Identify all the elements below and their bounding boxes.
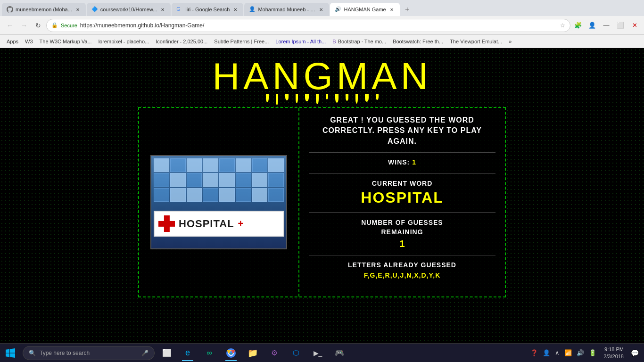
- window: [154, 188, 169, 202]
- chevron-up-icon[interactable]: ∧: [553, 349, 561, 356]
- current-word-value: HOSPITAL: [309, 189, 495, 206]
- wins-value: 1: [412, 158, 416, 166]
- tab-github-close[interactable]: ✕: [74, 6, 81, 13]
- taskbar-explorer-icon[interactable]: 📁: [242, 344, 263, 362]
- forward-button[interactable]: →: [18, 19, 30, 32]
- close-browser-icon[interactable]: ✕: [629, 20, 640, 31]
- bookmark-w3[interactable]: W3: [22, 38, 36, 45]
- window: [187, 173, 202, 187]
- tab-google-title: liri - Google Search: [185, 7, 230, 12]
- guesses-value: 1: [309, 239, 495, 249]
- back-button[interactable]: ←: [4, 19, 16, 32]
- window: [219, 158, 235, 172]
- game-icon: 🎮: [335, 348, 344, 357]
- start-button[interactable]: [0, 344, 21, 362]
- image-panel: HOSPITAL +: [139, 108, 299, 296]
- tab-github[interactable]: muneebmemon (Moha... ✕: [2, 3, 86, 16]
- taskbar-app5-icon[interactable]: ⚙: [264, 344, 285, 362]
- edge-active-indicator: [182, 360, 193, 361]
- tab-google[interactable]: G liri - Google Search ✕: [172, 3, 243, 16]
- chrome-active-indicator: [225, 360, 237, 361]
- clock-time: 9:18 PM: [603, 346, 624, 353]
- cross-vertical: [164, 215, 169, 232]
- bookmark-more[interactable]: »: [506, 38, 514, 45]
- taskbar-vscode-icon[interactable]: ⬡: [286, 344, 306, 362]
- tab-coursework[interactable]: 🔷 coursework/10/Homew... ✕: [87, 3, 171, 16]
- speaker-icon[interactable]: 🔊: [575, 349, 586, 356]
- taskbar-terminal-icon[interactable]: ▶_: [307, 344, 328, 362]
- new-tab-button[interactable]: +: [401, 3, 414, 16]
- window: [219, 173, 235, 187]
- sign-text: HOSPITAL: [179, 218, 234, 230]
- window: [236, 173, 251, 187]
- minimize-icon[interactable]: —: [601, 20, 612, 31]
- tab-hangman-close[interactable]: ✕: [388, 6, 395, 13]
- game-content: HANGMAN: [0, 48, 644, 343]
- network-icon[interactable]: 📶: [563, 349, 573, 356]
- tab-profile[interactable]: 👤 Mohammad Muneeb - P... ✕: [244, 3, 329, 16]
- guesses-label: NUMBER OF GUESSESREMAINING: [309, 218, 495, 237]
- windows-logo-icon: [6, 348, 15, 358]
- hangman-tab-icon: 🔊: [335, 6, 341, 13]
- tab-google-close[interactable]: ✕: [232, 6, 239, 13]
- search-icon: 🔍: [29, 350, 36, 356]
- window: [268, 173, 284, 187]
- taskbar-infinity-icon[interactable]: ∞: [199, 344, 220, 362]
- extensions-icon[interactable]: 🧩: [572, 20, 584, 31]
- search-placeholder-text: Type here to search: [40, 350, 138, 356]
- hospital-sign: HOSPITAL +: [154, 211, 284, 237]
- browser-chrome: muneebmemon (Moha... ✕ 🔷 coursework/10/H…: [0, 0, 644, 48]
- window: [170, 173, 186, 187]
- bookmark-iconfinder[interactable]: Iconfinder - 2,025,00...: [153, 38, 210, 45]
- window: [252, 158, 268, 172]
- system-clock: 9:18 PM 2/3/2018: [600, 346, 627, 360]
- taskbar-game-icon[interactable]: 🎮: [329, 344, 350, 362]
- bookmark-lorem[interactable]: Lorem Ipsum - All th...: [272, 38, 329, 45]
- bookmark-subtle[interactable]: Subtle Patterns | Free...: [211, 38, 272, 45]
- tab-coursework-close[interactable]: ✕: [159, 6, 166, 13]
- bookmark-viewport[interactable]: The Viewport Emulat...: [447, 38, 505, 45]
- window: [170, 158, 186, 172]
- taskbar-search[interactable]: 🔍 Type here to search 🎤: [23, 346, 155, 360]
- guesses-section: NUMBER OF GUESSESREMAINING 1: [309, 218, 495, 255]
- wins-label: WINS: 1: [309, 158, 495, 166]
- bookmark-apps[interactable]: Apps: [4, 38, 21, 45]
- taskbar-chrome-icon[interactable]: [221, 344, 241, 362]
- github-icon: [7, 6, 13, 13]
- microphone-icon[interactable]: 🎤: [141, 350, 149, 356]
- user-icon[interactable]: 👤: [541, 349, 552, 356]
- window: [219, 188, 235, 202]
- tab-hangman[interactable]: 🔊 HANGMAN Game ✕: [330, 3, 399, 16]
- refresh-button[interactable]: ↻: [32, 19, 44, 32]
- restore-icon[interactable]: ⬜: [615, 20, 626, 31]
- profile-menu-icon[interactable]: 👤: [586, 20, 598, 31]
- bookmark-bootstrap[interactable]: B Bootstrap · The mo...: [330, 38, 389, 45]
- battery-icon[interactable]: 🔋: [587, 349, 598, 356]
- bookmark-bootswatch[interactable]: Bootswatch: Free th...: [390, 38, 446, 45]
- bookmark-apps-label: Apps: [7, 39, 18, 44]
- tab-github-title: muneebmemon (Moha...: [16, 7, 72, 12]
- window: [170, 188, 186, 202]
- window: [203, 173, 218, 187]
- bookmark-w3markup[interactable]: The W3C Markup Va...: [37, 38, 95, 45]
- bookmark-lorempixel-label: lorempixel - placeho...: [99, 39, 149, 44]
- taskbar-edge-icon[interactable]: e: [177, 344, 198, 362]
- bookmark-iconfinder-label: Iconfinder - 2,025,00...: [156, 39, 207, 44]
- secure-icon: 🔒: [51, 22, 58, 28]
- window: [252, 188, 268, 202]
- bookmark-star-icon[interactable]: ☆: [560, 22, 565, 29]
- task-view-button[interactable]: ⬜: [157, 344, 177, 362]
- window: [154, 158, 169, 172]
- address-bar[interactable]: 🔒 Secure https://muneebmemon.github.io/H…: [46, 19, 570, 32]
- system-tray: ❓ 👤 ∧ 📶 🔊 🔋 9:18 PM 2/3/2018 💬: [529, 346, 644, 360]
- question-icon[interactable]: ❓: [529, 349, 539, 356]
- notification-icon[interactable]: 💬: [629, 349, 640, 357]
- bookmark-lorempixel[interactable]: lorempixel - placeho...: [96, 38, 152, 45]
- wins-section: WINS: 1: [309, 158, 495, 174]
- tab-profile-close[interactable]: ✕: [318, 6, 324, 13]
- window: [187, 158, 202, 172]
- window: [236, 158, 251, 172]
- bookmark-viewport-label: The Viewport Emulat...: [450, 39, 502, 44]
- letters-value: F,G,E,R,U,J,N,X,D,Y,K: [309, 272, 495, 279]
- infinity-icon: ∞: [206, 349, 212, 357]
